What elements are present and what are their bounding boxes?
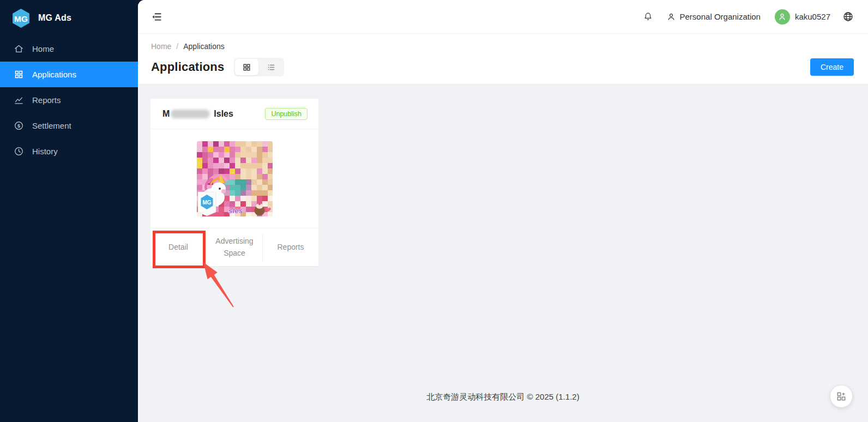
topbar-right: Personal Organization kaku0527 <box>643 9 854 25</box>
history-icon <box>14 146 24 156</box>
card-header: M Isles Unpublish <box>150 99 318 129</box>
footer-copyright: 北京奇游灵动科技有限公司 © 2025 (1.1.2) <box>138 392 868 402</box>
list-view-icon <box>267 63 276 72</box>
card-tab-detail[interactable]: Detail <box>150 228 206 266</box>
app-icon-badge-text: MG <box>202 200 211 206</box>
sidebar-item-history[interactable]: History <box>0 138 138 164</box>
application-card: M Isles Unpublish <box>150 99 318 266</box>
breadcrumb-separator: / <box>176 42 178 51</box>
app-title-prefix: M <box>162 109 170 119</box>
page-title: Applications <box>151 60 224 74</box>
sidebar-item-settlement[interactable]: $ Settlement <box>0 113 138 138</box>
app-icon-image: MG sles <box>197 141 273 216</box>
user-avatar[interactable] <box>775 9 790 25</box>
grid-view-button[interactable] <box>235 59 258 75</box>
username[interactable]: kaku0527 <box>795 12 830 21</box>
home-icon <box>14 44 24 54</box>
app-title: M Isles <box>162 109 233 119</box>
grid-view-icon <box>242 63 251 72</box>
card-tab-advertising-space[interactable]: Advertising Space <box>207 228 262 266</box>
organization-name: Personal Organization <box>680 12 761 21</box>
notification-bell-icon[interactable] <box>643 11 653 22</box>
breadcrumb: Home / Applications <box>151 42 854 51</box>
create-button[interactable]: Create <box>810 58 854 76</box>
view-toggle <box>234 58 284 76</box>
card-tabs: DetailAdvertising SpaceReports <box>150 228 318 266</box>
app-icon-overlay: MG sles <box>197 141 273 216</box>
sidebar-item-home[interactable]: Home <box>0 36 138 62</box>
app-icon-caption-text: sles <box>228 207 243 215</box>
card-tab-reports[interactable]: Reports <box>263 228 318 266</box>
sidebar-menu: Home Applications Reports $ Settlement H… <box>0 36 138 164</box>
settlement-icon: $ <box>14 120 24 131</box>
breadcrumb-home[interactable]: Home <box>151 42 171 51</box>
apps-icon <box>14 69 24 80</box>
list-view-button[interactable] <box>260 59 283 75</box>
card-body: MG sles <box>150 129 318 228</box>
app-title-suffix: Isles <box>214 109 233 119</box>
brand-name: MG Ads <box>38 13 71 23</box>
status-badge[interactable]: Unpublish <box>265 108 308 120</box>
reports-icon <box>14 95 24 105</box>
organization-switcher[interactable]: Personal Organization <box>666 12 761 22</box>
content-area: M Isles Unpublish <box>138 85 868 422</box>
widgets-fab-button[interactable] <box>830 385 852 407</box>
main-panel: Personal Organization kaku0527 <box>138 0 868 422</box>
person-icon <box>666 12 676 22</box>
sidebar-item-reports[interactable]: Reports <box>0 87 138 113</box>
title-row: Applications <box>151 58 854 76</box>
language-globe-icon[interactable] <box>842 11 854 22</box>
apps-sparkle-icon <box>836 391 847 402</box>
mg-logo-icon: MG <box>11 8 31 28</box>
menu-fold-icon[interactable] <box>151 11 163 22</box>
sidebar-item-applications[interactable]: Applications <box>0 62 138 87</box>
brand: MG MG Ads <box>0 0 138 36</box>
sidebar: MG MG Ads Home Applications Reports $ Se… <box>0 0 138 422</box>
topbar: Personal Organization kaku0527 <box>138 0 868 34</box>
page-header: Home / Applications Applications <box>138 34 868 85</box>
redacted-title-blur <box>171 110 210 118</box>
app-root: MG MG Ads Home Applications Reports $ Se… <box>0 0 868 422</box>
logo-letters: MG <box>14 14 28 23</box>
svg-text:$: $ <box>17 123 20 129</box>
breadcrumb-current: Applications <box>183 42 225 51</box>
